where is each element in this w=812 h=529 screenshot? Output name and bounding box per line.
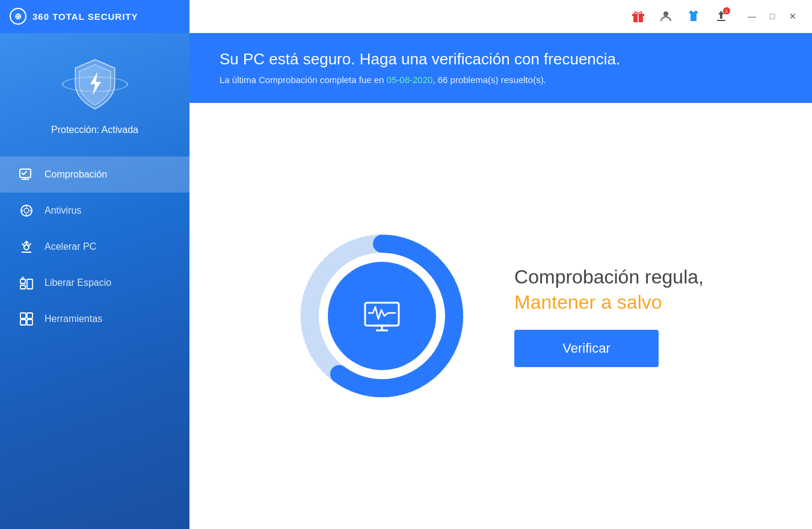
comprobacion-icon (18, 166, 35, 183)
shield-wrapper (62, 51, 128, 117)
promo-text: Comprobación regula, Mantener a salvo (514, 265, 704, 315)
svg-rect-24 (27, 320, 32, 325)
sidebar-header: Protección: Activada (0, 33, 189, 150)
subtitle-post: , 66 problema(s) resuelto(s). (432, 75, 546, 85)
upload-icon[interactable]: 1 (712, 7, 730, 25)
close-button[interactable]: ✕ (786, 9, 800, 23)
promo-line-2: Mantener a salvo (514, 290, 704, 315)
antivirus-icon (18, 202, 35, 219)
svg-rect-4 (717, 20, 725, 21)
sidebar-item-herramientas-label: Herramientas (45, 314, 102, 324)
svg-rect-23 (20, 320, 26, 325)
status-banner: Su PC está seguro. Haga una verificación… (189, 33, 812, 103)
sidebar-item-comprobacion[interactable]: Comprobación (0, 156, 189, 193)
protection-status: Protección: Activada (51, 125, 138, 135)
notification-badge: 1 (723, 7, 730, 14)
svg-point-28 (328, 262, 436, 370)
app-name: 360 TOTAL SECURITY (32, 11, 138, 22)
svg-point-14 (24, 245, 29, 250)
user-icon[interactable] (657, 7, 675, 25)
last-check-date[interactable]: 05-08-2020 (387, 75, 433, 85)
sidebar-item-antivirus[interactable]: Antivirus (0, 193, 189, 229)
liberar-espacio-icon (18, 274, 35, 291)
svg-rect-22 (27, 313, 32, 318)
promo-line-1: Comprobación regula, (514, 265, 704, 290)
herramientas-icon (18, 311, 35, 327)
svg-point-3 (663, 11, 668, 16)
orbit-ring (62, 77, 128, 92)
sidebar-nav: Comprobación Antivirus (0, 156, 189, 337)
content-body: Comprobación regula, Mantener a salvo Ve… (189, 103, 812, 529)
status-subtitle: La última Comprobación completa fue en 0… (220, 75, 782, 85)
sidebar-item-liberar-espacio[interactable]: Liberar Espacio (0, 265, 189, 301)
title-bar-brand: ⊕ 360 TOTAL SECURITY (0, 0, 189, 33)
sidebar-item-acelerar-pc[interactable]: Acelerar PC (0, 229, 189, 265)
status-title: Su PC está seguro. Haga una verificación… (220, 50, 782, 69)
title-bar: ⊕ 360 TOTAL SECURITY 1 — □ ✕ (0, 0, 812, 33)
content-area: Su PC está seguro. Haga una verificación… (189, 33, 812, 529)
svg-rect-16 (20, 279, 25, 283)
verify-button[interactable]: Verificar (514, 330, 659, 367)
minimize-button[interactable]: — (745, 9, 759, 23)
donut-chart (298, 232, 466, 400)
svg-rect-17 (20, 285, 25, 289)
gift-icon[interactable] (629, 7, 647, 25)
svg-rect-18 (27, 279, 32, 289)
main-layout: Protección: Activada Comprobación (0, 33, 812, 529)
logo-circle: ⊕ (10, 8, 26, 25)
sidebar-item-herramientas[interactable]: Herramientas (0, 301, 189, 337)
sidebar-item-comprobacion-label: Comprobación (45, 169, 107, 180)
maximize-button[interactable]: □ (765, 9, 780, 23)
sidebar-item-antivirus-label: Antivirus (45, 205, 81, 216)
sidebar-item-liberar-espacio-label: Liberar Espacio (45, 277, 111, 288)
svg-point-9 (24, 208, 29, 213)
svg-rect-21 (20, 313, 26, 318)
title-bar-actions: 1 — □ ✕ (189, 7, 805, 25)
shirt-icon[interactable] (684, 7, 703, 25)
right-panel: Comprobación regula, Mantener a salvo Ve… (514, 265, 704, 367)
sidebar: Protección: Activada Comprobación (0, 33, 189, 529)
donut-chart-svg (298, 232, 466, 400)
acelerar-pc-icon (18, 238, 35, 255)
sidebar-item-acelerar-pc-label: Acelerar PC (45, 241, 96, 252)
subtitle-pre: La última Comprobación completa fue en (220, 75, 387, 85)
svg-line-20 (23, 277, 24, 279)
window-controls: — □ ✕ (745, 9, 800, 23)
